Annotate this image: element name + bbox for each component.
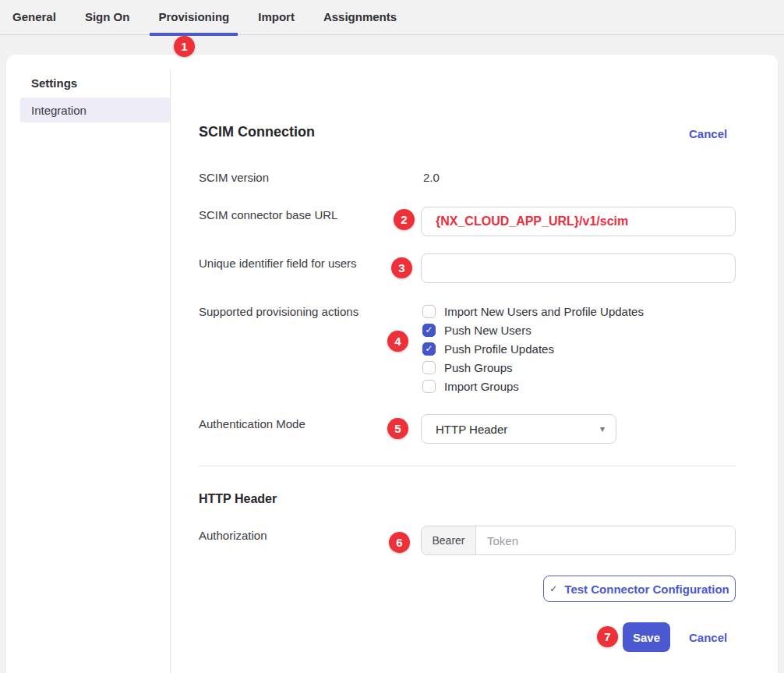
base-url-label: SCIM connector base URL — [199, 208, 337, 221]
actions-label: Supported provisioning actions — [199, 305, 358, 318]
action-row-push-new-users[interactable]: ✓ Push New Users — [421, 321, 644, 339]
action-label: Push Groups — [444, 361, 513, 374]
cancel-link-bottom[interactable]: Cancel — [689, 631, 727, 644]
tab-general[interactable]: General — [12, 0, 56, 35]
chevron-down-icon: ▾ — [600, 423, 605, 434]
sidebar-item-integration-label: Integration — [31, 104, 87, 117]
sidebar-divider — [170, 70, 171, 673]
test-connector-button-label: Test Connector Configuration — [564, 583, 729, 596]
step-badge-3: 3 — [391, 257, 412, 278]
step-badge-5: 5 — [387, 418, 408, 439]
section-divider — [199, 466, 736, 466]
action-label: Push New Users — [444, 324, 531, 337]
check-icon: ✓ — [425, 325, 433, 335]
scim-version-label: SCIM version — [199, 171, 269, 184]
checkbox-icon[interactable] — [422, 305, 436, 318]
tab-provisioning[interactable]: Provisioning — [158, 0, 229, 35]
page-title: SCIM Connection — [199, 124, 315, 140]
action-row-import-new-users[interactable]: Import New Users and Profile Updates — [421, 302, 644, 321]
action-row-import-groups[interactable]: Import Groups — [421, 377, 644, 395]
tab-import-label: Import — [258, 10, 295, 23]
unique-id-label: Unique identifier field for users — [199, 257, 357, 270]
settings-card: Settings Integration SCIM Connection Can… — [6, 55, 778, 673]
tab-sign-on-label: Sign On — [85, 10, 130, 23]
tab-general-label: General — [12, 10, 56, 23]
tab-provisioning-label: Provisioning — [158, 10, 229, 23]
action-row-push-profile-updates[interactable]: ✓ Push Profile Updates — [421, 339, 644, 358]
tab-assignments[interactable]: Assignments — [323, 0, 397, 35]
scim-version-value: 2.0 — [423, 171, 440, 184]
authorization-label: Authorization — [199, 529, 267, 542]
tab-assignments-label: Assignments — [323, 10, 397, 23]
bearer-prefix: Bearer — [422, 526, 476, 554]
auth-mode-label: Authentication Mode — [199, 417, 305, 430]
unique-id-input[interactable] — [421, 253, 736, 283]
step-badge-4: 4 — [387, 331, 408, 352]
action-label: Push Profile Updates — [444, 342, 554, 356]
step-badge-2: 2 — [394, 209, 415, 230]
save-button[interactable]: Save — [623, 622, 670, 652]
active-tab-underline — [150, 33, 238, 36]
step-badge-7: 7 — [597, 626, 618, 647]
auth-mode-selected-value: HTTP Header — [436, 423, 507, 436]
provisioning-page: General Sign On Provisioning Import Assi… — [0, 0, 784, 673]
action-label: Import Groups — [444, 380, 519, 393]
sidebar-item-integration[interactable]: Integration — [20, 97, 170, 122]
check-icon: ✓ — [425, 344, 433, 353]
checkbox-icon[interactable]: ✓ — [422, 342, 436, 356]
http-header-section-title: HTTP Header — [199, 492, 277, 506]
action-label: Import New Users and Profile Updates — [444, 305, 644, 318]
base-url-input[interactable] — [421, 207, 736, 236]
step-badge-6: 6 — [389, 532, 410, 553]
checkbox-icon[interactable]: ✓ — [422, 324, 436, 337]
checkbox-icon[interactable] — [422, 361, 436, 374]
provisioning-actions-list: Import New Users and Profile Updates ✓ P… — [421, 302, 644, 395]
token-input[interactable] — [476, 526, 735, 554]
auth-mode-select[interactable]: HTTP Header ▾ — [421, 414, 616, 444]
cancel-link-top[interactable]: Cancel — [689, 127, 727, 140]
sidebar-header: Settings — [31, 76, 77, 90]
tab-import[interactable]: Import — [258, 0, 295, 35]
app-tab-bar: General Sign On Provisioning Import Assi… — [0, 0, 784, 35]
test-connector-button[interactable]: ✓ Test Connector Configuration — [543, 576, 736, 602]
check-icon: ✓ — [549, 583, 557, 594]
authorization-input-group: Bearer — [421, 526, 736, 555]
tab-sign-on[interactable]: Sign On — [85, 0, 130, 35]
action-row-push-groups[interactable]: Push Groups — [421, 358, 644, 377]
step-badge-1: 1 — [174, 36, 195, 57]
checkbox-icon[interactable] — [422, 380, 436, 393]
